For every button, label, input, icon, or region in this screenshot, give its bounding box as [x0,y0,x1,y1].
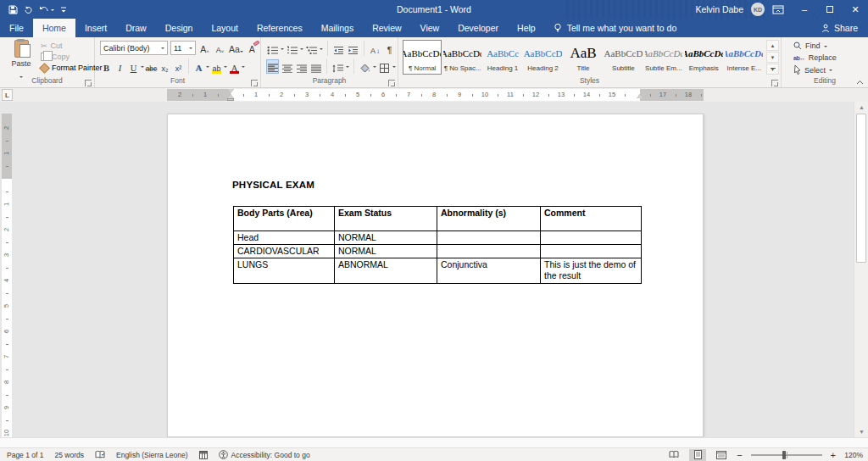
font-color-dropdown[interactable] [242,66,245,69]
shading-dropdown[interactable] [373,66,376,69]
minimize-button[interactable]: – [792,0,817,19]
table-cell[interactable]: LUNGS [234,258,335,284]
pilcrow-button[interactable]: ¶ [383,42,396,56]
clear-formatting-button[interactable]: A [246,41,259,55]
horizontal-scrollbar[interactable] [0,437,868,447]
right-indent-marker[interactable] [637,91,643,98]
cut-button[interactable]: ✂ Cut [41,42,103,50]
proofing-icon[interactable] [95,451,105,459]
subscript-button[interactable]: x₂ [159,59,171,74]
table-cell[interactable] [437,231,541,245]
page-indicator[interactable]: Page 1 of 1 [7,451,43,459]
styles-scroll-down-icon[interactable]: ▼ [766,52,779,63]
left-indent-marker[interactable] [227,98,234,101]
table-header-cell[interactable]: Comment [541,207,642,231]
style-item--no-spac-[interactable]: AaBbCcDd¶ No Spac... [442,40,481,75]
numbering-dropdown[interactable] [300,48,303,52]
accessibility-status[interactable]: Accessibility: Good to go [219,450,310,459]
table-cell[interactable] [541,231,642,245]
word-count[interactable]: 25 words [54,451,84,459]
web-layout-icon[interactable] [713,449,730,461]
style-item--normal[interactable]: AaBbCcDd¶ Normal [403,40,442,75]
avatar[interactable]: KD [751,3,765,16]
table-cell[interactable]: Conjunctiva [437,258,541,284]
decrease-indent-icon[interactable] [332,42,345,56]
styles-more-icon[interactable]: ▼ [766,64,779,75]
tab-view[interactable]: View [411,19,449,37]
numbering-icon[interactable] [286,42,298,56]
superscript-button[interactable]: x² [172,59,185,74]
style-item-subtle-em-[interactable]: AaBbCcDdSubtle Em... [644,40,683,75]
table-cell[interactable]: Head [234,231,335,245]
table-cell[interactable]: NORMAL [335,245,437,258]
style-item-intense-e-[interactable]: AaBbCcDdIntense E... [725,40,764,75]
read-mode-icon[interactable] [665,449,682,461]
style-item-subtitle[interactable]: AaBbCcDSubtitle [604,40,643,75]
style-item-heading-1[interactable]: AaBbCcHeading 1 [483,40,522,75]
bullets-dropdown[interactable] [281,48,284,52]
strikethrough-button[interactable]: abc [145,59,158,74]
tab-insert[interactable]: Insert [75,19,116,37]
line-spacing-dropdown[interactable] [346,66,349,69]
share-button[interactable]: Share [811,19,868,37]
borders-icon[interactable] [378,59,391,74]
zoom-in-icon[interactable]: + [831,450,836,460]
tab-draw[interactable]: Draw [116,19,156,37]
customize-qat-icon[interactable] [60,6,67,14]
scroll-down-icon[interactable]: ▼ [854,426,868,437]
change-case-button[interactable]: Aa [229,41,243,55]
borders-dropdown[interactable] [392,66,396,69]
language-indicator[interactable]: English (Sierra Leone) [116,451,188,459]
table-cell[interactable] [541,245,642,258]
restore-button[interactable] [817,0,843,19]
ribbon-display-options-icon[interactable] [772,5,784,14]
line-spacing-icon[interactable] [331,59,344,74]
format-painter-button[interactable]: Format Painter [41,64,103,72]
align-left-button[interactable] [266,59,279,74]
sort-button[interactable]: A↓ [369,42,381,56]
text-effects-button[interactable]: A [192,59,205,74]
font-size-combo[interactable]: 11 [170,41,196,55]
table-cell[interactable]: NORMAL [335,231,437,245]
select-button[interactable]: Select [793,65,837,75]
table-header-cell[interactable]: Exam Status [335,207,437,231]
underline-button[interactable]: U [127,59,140,74]
table-header-cell[interactable]: Abnormality (s) [437,207,541,231]
user-name[interactable]: Kelvin Dabe [695,4,743,14]
find-button[interactable]: Find [793,42,837,50]
table-cell[interactable]: CARDIOVASCULAR [234,245,335,258]
paragraph-dialog-launcher[interactable] [388,80,395,86]
undo-icon[interactable] [39,5,54,14]
align-center-button[interactable] [281,59,293,74]
save-icon[interactable] [8,5,18,14]
clipboard-dialog-launcher[interactable] [85,80,92,86]
table-cell[interactable]: This is just the demo of the result [541,258,642,284]
font-dialog-launcher[interactable] [251,80,258,86]
copy-button[interactable]: Copy [41,53,103,61]
tab-design[interactable]: Design [156,19,203,37]
zoom-out-icon[interactable]: − [737,450,742,460]
italic-button[interactable]: I [114,59,126,74]
bold-button[interactable]: B [100,59,113,74]
bullets-icon[interactable] [266,42,279,56]
replace-button[interactable]: ab↔ Replace [793,53,837,62]
tab-file[interactable]: File [0,19,33,37]
vertical-scrollbar[interactable]: ▲ ▼ [854,102,868,437]
align-right-button[interactable] [295,59,308,74]
shrink-font-button[interactable]: A˅ [214,41,226,55]
scrollbar-thumb[interactable] [856,114,866,263]
increase-indent-icon[interactable] [347,42,359,56]
tab-stop-selector[interactable]: L [2,89,13,101]
tab-layout[interactable]: Layout [202,19,248,37]
tell-me-box[interactable]: Tell me what you want to do [545,19,686,37]
table-header-cell[interactable]: Body Parts (Area) [234,207,335,231]
tab-review[interactable]: Review [363,19,410,37]
tab-home[interactable]: Home [33,19,75,37]
tab-help[interactable]: Help [508,19,545,37]
tab-mailings[interactable]: Mailings [312,19,364,37]
close-button[interactable]: ✕ [843,0,868,19]
underline-dropdown[interactable] [141,66,144,69]
grow-font-button[interactable]: A˄ [198,41,211,55]
font-name-combo[interactable]: Calibri (Body) [100,41,168,55]
macro-icon[interactable] [199,451,208,459]
